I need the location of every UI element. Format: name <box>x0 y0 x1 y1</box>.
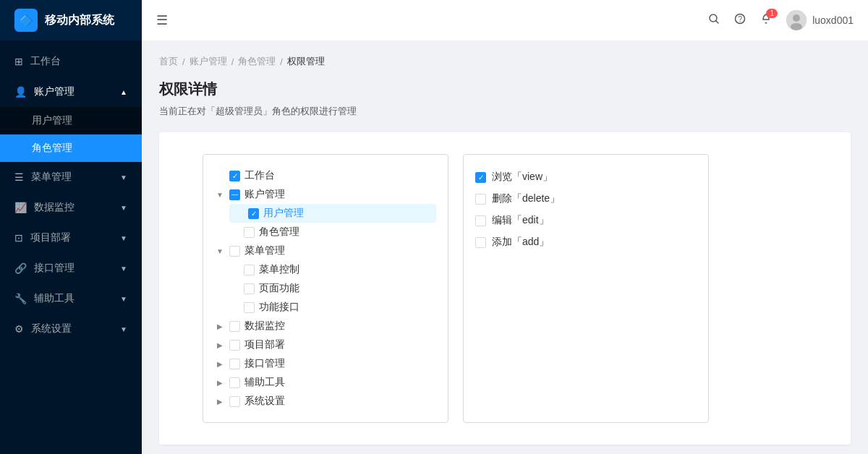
tree-node-page-func[interactable]: ▶ 页面功能 <box>229 279 436 298</box>
api-icon: 🔗 <box>14 262 27 274</box>
search-button[interactable] <box>708 13 720 27</box>
cb-account[interactable] <box>229 189 240 200</box>
sidebar-item-dashboard[interactable]: ⊞ 工作台 <box>0 46 142 77</box>
cb-sys-settings[interactable] <box>229 396 240 407</box>
tree-node-tools[interactable]: ▶ 辅助工具 <box>215 373 436 392</box>
sidebar-item-data-monitor[interactable]: 📈 数据监控 ▼ <box>0 192 142 223</box>
cb-perm-delete[interactable] <box>475 194 486 205</box>
tree-node-role-mgmt[interactable]: ▶ 角色管理 <box>229 223 436 241</box>
page-subtitle: 当前正在对「超级管理员」角色的权限进行管理 <box>159 105 851 118</box>
breadcrumb-current: 权限管理 <box>287 55 325 68</box>
sidebar: 🔷 移动内部系统 ⊞ 工作台 👤 账户管理 ▲ 用户管理 角色管理 ☰ 菜单管理… <box>0 0 142 454</box>
sidebar-item-account[interactable]: 👤 账户管理 ▲ <box>0 77 142 107</box>
chevron-down-icon2: ▼ <box>120 204 127 212</box>
cb-api-mgmt[interactable] <box>229 359 240 369</box>
cb-dashboard[interactable] <box>229 171 240 181</box>
svg-rect-4 <box>765 22 767 24</box>
chevron-down-icon3: ▼ <box>120 234 127 242</box>
sidebar-item-tools[interactable]: 🔧 辅助工具 ▼ <box>0 283 142 314</box>
breadcrumb-role[interactable]: 角色管理 <box>238 55 276 68</box>
tree-node-sys-settings[interactable]: ▶ 系统设置 <box>215 392 436 411</box>
logo-text: 移动内部系统 <box>45 13 114 28</box>
perm-add: 添加「add」 <box>475 231 697 253</box>
tree-node-account[interactable]: ▼ 账户管理 <box>215 185 436 204</box>
sidebar-item-api[interactable]: 🔗 接口管理 ▼ <box>0 253 142 283</box>
sidebar-item-user-mgmt[interactable]: 用户管理 <box>0 107 142 134</box>
tree-panel: ▶ 工作台 ▼ 账户管理 ▶ 用户管理 ▶ <box>203 154 448 423</box>
cb-perm-edit[interactable] <box>475 215 486 226</box>
sidebar-item-menu[interactable]: ☰ 菜单管理 ▼ <box>0 162 142 192</box>
cb-perm-add[interactable] <box>475 237 486 248</box>
cb-menu-ctrl[interactable] <box>244 265 255 275</box>
perm-panel: 浏览「view」 删除「delete」 编辑「edit」 添加「add」 <box>463 154 709 423</box>
cb-project[interactable] <box>229 340 240 351</box>
chevron-down-icon5: ▼ <box>120 295 127 303</box>
breadcrumb: 首页 / 账户管理 / 角色管理 / 权限管理 <box>159 55 851 68</box>
hamburger-icon[interactable]: ☰ <box>156 12 168 28</box>
tree-node-dashboard[interactable]: ▶ 工作台 <box>215 166 436 185</box>
permission-panel-row: ▶ 工作台 ▼ 账户管理 ▶ 用户管理 ▶ <box>159 132 851 445</box>
svg-text:?: ? <box>739 15 743 23</box>
notification-badge: 1 <box>766 9 778 18</box>
expand-api[interactable]: ▶ <box>215 360 225 368</box>
tree-node-func-api[interactable]: ▶ 功能接口 <box>229 298 436 317</box>
cb-role-mgmt[interactable] <box>244 227 255 238</box>
menu-icon: ☰ <box>14 171 24 183</box>
help-button[interactable]: ? <box>734 13 746 27</box>
expand-data[interactable]: ▶ <box>215 322 225 330</box>
cb-perm-view[interactable] <box>475 172 486 183</box>
expand-account[interactable]: ▼ <box>215 191 225 199</box>
svg-line-1 <box>716 21 718 23</box>
header: ☰ ? 1 <box>142 0 868 40</box>
svg-point-7 <box>791 23 802 30</box>
expand-tools[interactable]: ▶ <box>215 379 225 387</box>
sidebar-item-role-mgmt[interactable]: 角色管理 <box>0 134 142 162</box>
logo-icon: 🔷 <box>14 9 38 32</box>
tree-node-project[interactable]: ▶ 项目部署 <box>215 335 436 354</box>
data-monitor-icon: 📈 <box>14 202 27 213</box>
breadcrumb-account[interactable]: 账户管理 <box>190 55 227 68</box>
sidebar-item-settings[interactable]: ⚙ 系统设置 ▼ <box>0 314 142 344</box>
dashboard-icon: ⊞ <box>14 56 23 67</box>
project-icon: ⊡ <box>14 232 23 244</box>
content: 首页 / 账户管理 / 角色管理 / 权限管理 权限详情 当前正在对「超级管理员… <box>142 40 868 454</box>
breadcrumb-home[interactable]: 首页 <box>159 55 178 68</box>
expand-menu[interactable]: ▼ <box>215 247 225 255</box>
cb-user-mgmt[interactable] <box>248 208 259 219</box>
perm-edit: 编辑「edit」 <box>475 210 697 231</box>
tools-icon: 🔧 <box>14 293 27 304</box>
sidebar-menu: ⊞ 工作台 👤 账户管理 ▲ 用户管理 角色管理 ☰ 菜单管理 ▼ 📈 数据监控 <box>0 40 142 454</box>
sidebar-item-project[interactable]: ⊡ 项目部署 ▼ <box>0 223 142 253</box>
user-info[interactable]: luoxd001 <box>786 10 854 30</box>
header-icons: ? 1 luoxd001 <box>708 10 854 30</box>
cb-menu[interactable] <box>229 246 240 257</box>
user-avatar <box>786 10 807 30</box>
tree-node-user-mgmt[interactable]: ▶ 用户管理 <box>229 204 436 223</box>
settings-icon: ⚙ <box>14 323 24 335</box>
expand-project[interactable]: ▶ <box>215 341 225 349</box>
perm-view: 浏览「view」 <box>475 166 697 188</box>
tree-node-api-mgmt[interactable]: ▶ 接口管理 <box>215 354 436 373</box>
cb-page-func[interactable] <box>244 283 255 294</box>
page-title: 权限详情 <box>159 80 851 99</box>
svg-point-6 <box>793 14 800 22</box>
tree-node-menu[interactable]: ▼ 菜单管理 <box>215 241 436 260</box>
chevron-down-icon: ▼ <box>120 174 127 181</box>
cb-tools[interactable] <box>229 377 240 388</box>
chevron-down-icon4: ▼ <box>120 265 127 273</box>
tree-node-menu-ctrl[interactable]: ▶ 菜单控制 <box>229 260 436 279</box>
chevron-up-icon: ▲ <box>120 88 127 96</box>
tree-node-data-monitor[interactable]: ▶ 数据监控 <box>215 317 436 335</box>
account-icon: 👤 <box>14 86 27 98</box>
username: luoxd001 <box>812 14 854 26</box>
cb-func-api[interactable] <box>244 302 255 313</box>
cb-data-monitor[interactable] <box>229 321 240 332</box>
account-submenu: 用户管理 角色管理 <box>0 107 142 162</box>
main-area: ☰ ? 1 <box>142 0 868 454</box>
perm-delete: 删除「delete」 <box>475 188 697 210</box>
chevron-down-icon6: ▼ <box>120 325 127 333</box>
notification-button[interactable]: 1 <box>760 13 772 27</box>
sidebar-logo: 🔷 移动内部系统 <box>0 0 142 40</box>
expand-sys[interactable]: ▶ <box>215 398 225 406</box>
